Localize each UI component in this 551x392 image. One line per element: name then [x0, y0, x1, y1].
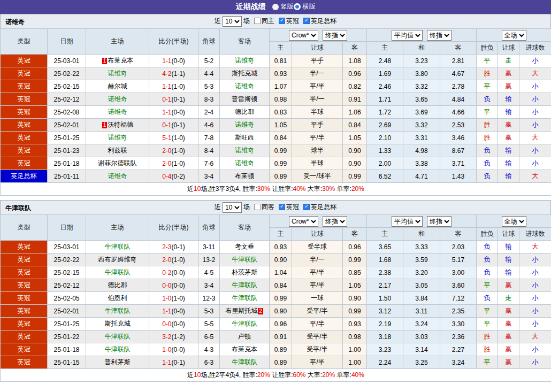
- league-type[interactable]: 英冠: [1, 144, 48, 157]
- home-team[interactable]: 西布罗姆维奇: [86, 253, 149, 266]
- bookmaker-select[interactable]: Crow*: [289, 30, 318, 41]
- home-team[interactable]: 诺维奇: [86, 93, 149, 106]
- home-team[interactable]: 诺维奇: [86, 106, 149, 119]
- score[interactable]: 2-0(1-0): [149, 157, 198, 170]
- average-select[interactable]: 平均值: [392, 30, 423, 41]
- league-type[interactable]: 英冠: [1, 305, 48, 318]
- home-team[interactable]: 谢菲尔德联队: [86, 157, 149, 170]
- league-type[interactable]: 英冠: [1, 119, 48, 132]
- games-count-select[interactable]: 10: [223, 202, 242, 213]
- home-team[interactable]: 德比郡: [86, 279, 149, 292]
- league-type[interactable]: 英冠: [1, 93, 48, 106]
- score[interactable]: 1-1(0-0): [149, 55, 198, 67]
- league-type[interactable]: 英冠: [1, 330, 48, 343]
- league-type[interactable]: 英冠: [1, 241, 48, 253]
- league-type[interactable]: 英冠: [1, 292, 48, 305]
- league-type[interactable]: 英冠: [1, 266, 48, 279]
- league-type[interactable]: 英冠: [1, 318, 48, 330]
- home-team[interactable]: 诺维奇: [86, 170, 149, 183]
- league-facup-checked-checkbox[interactable]: [303, 18, 310, 24]
- league-type[interactable]: 英冠: [1, 132, 48, 144]
- home-team[interactable]: 牛津联队: [86, 266, 149, 279]
- score[interactable]: 4-2(1-1): [149, 67, 198, 80]
- league-type[interactable]: 英冠: [1, 106, 48, 119]
- away-team[interactable]: 布莱克本: [220, 343, 270, 356]
- layout-radio-option-vertical[interactable]: 竖版: [272, 2, 294, 11]
- home-team[interactable]: 诺维奇: [86, 67, 149, 80]
- league-type[interactable]: 英冠: [1, 343, 48, 356]
- scope-select[interactable]: 全场: [502, 30, 526, 41]
- home-team[interactable]: 伯恩利: [86, 292, 149, 305]
- home-team[interactable]: 诺维奇: [86, 132, 149, 144]
- away-team[interactable]: 布莱顿: [220, 170, 270, 183]
- home-team[interactable]: 利兹联: [86, 144, 149, 157]
- home-team[interactable]: 1沃特福德: [86, 119, 149, 132]
- home-team[interactable]: 牛津联队: [86, 305, 149, 318]
- league-type[interactable]: 英冠: [1, 279, 48, 292]
- same-venue-checkbox[interactable]: [254, 204, 261, 210]
- score[interactable]: 0-0(0-0): [149, 318, 198, 330]
- score[interactable]: 1-1(0-1): [149, 356, 198, 369]
- home-team[interactable]: 赫尔城: [86, 80, 149, 93]
- score[interactable]: 0-2(0-0): [149, 266, 198, 279]
- games-count-select[interactable]: 10: [223, 16, 242, 27]
- score[interactable]: 1-1(0-0): [149, 106, 198, 119]
- league-type[interactable]: 英冠: [1, 356, 48, 369]
- league-type[interactable]: 英冠: [1, 55, 48, 67]
- league-type[interactable]: 英足总杯: [1, 170, 48, 183]
- away-team[interactable]: 斯旺西: [220, 132, 270, 144]
- score[interactable]: 1-1(1-0): [149, 80, 198, 93]
- odds-time-select[interactable]: 终指: [323, 216, 347, 227]
- league-type[interactable]: 英冠: [1, 157, 48, 170]
- radio-icon[interactable]: [272, 4, 279, 10]
- scope-select[interactable]: 全场: [502, 216, 526, 227]
- bookmaker-select[interactable]: Crow*: [289, 216, 318, 227]
- league-type[interactable]: 英冠: [1, 67, 48, 80]
- away-team[interactable]: 考文垂: [220, 241, 270, 253]
- score[interactable]: 0-4(0-2): [149, 170, 198, 183]
- home-team[interactable]: 牛津联队: [86, 241, 149, 253]
- score[interactable]: 0-0(0-0): [149, 279, 198, 292]
- away-team[interactable]: 德比郡: [220, 106, 270, 119]
- score[interactable]: 2-0(1-0): [149, 253, 198, 266]
- home-team[interactable]: 牛津联队: [86, 343, 149, 356]
- odds-time-select[interactable]: 终指: [323, 30, 347, 41]
- score[interactable]: 1-0(0-0): [149, 343, 198, 356]
- away-team[interactable]: 牛津联队: [220, 356, 270, 369]
- home-team[interactable]: 牛津联队: [86, 330, 149, 343]
- away-team[interactable]: 诺维奇: [220, 157, 270, 170]
- average-time-select[interactable]: 终指: [427, 30, 451, 41]
- away-team[interactable]: 牛津联队: [220, 318, 270, 330]
- away-team[interactable]: 布里斯托城2: [220, 305, 270, 318]
- home-team[interactable]: 普利茅斯: [86, 356, 149, 369]
- home-team[interactable]: 斯托克城: [86, 318, 149, 330]
- league-type[interactable]: 英冠: [1, 253, 48, 266]
- away-team[interactable]: 牛津联队: [220, 292, 270, 305]
- score[interactable]: 2-3(0-1): [149, 241, 198, 253]
- score[interactable]: 2-0(1-0): [149, 144, 198, 157]
- score[interactable]: 1-1(0-0): [149, 305, 198, 318]
- score[interactable]: 3-2(1-2): [149, 330, 198, 343]
- average-select[interactable]: 平均值: [392, 216, 423, 227]
- home-team[interactable]: 1布莱克本: [86, 55, 149, 67]
- layout-radio-option-horizontal[interactable]: 横版: [294, 2, 316, 11]
- away-team[interactable]: 牛津联队: [220, 253, 270, 266]
- away-team[interactable]: 朴茨茅斯: [220, 266, 270, 279]
- away-team[interactable]: 卢顿: [220, 330, 270, 343]
- away-team[interactable]: 诺维奇: [220, 119, 270, 132]
- away-team[interactable]: 牛津联队: [220, 279, 270, 292]
- league-type[interactable]: 英冠: [1, 80, 48, 93]
- away-team[interactable]: 诺维奇: [220, 144, 270, 157]
- average-time-select[interactable]: 终指: [427, 216, 451, 227]
- same-venue-checkbox[interactable]: [254, 18, 261, 24]
- away-team[interactable]: 诺维奇: [220, 80, 270, 93]
- league-championship-checked-checkbox[interactable]: [279, 18, 285, 24]
- score[interactable]: 0-1(0-1): [149, 93, 198, 106]
- radio-icon[interactable]: [294, 3, 301, 10]
- league-championship-checked-checkbox[interactable]: [279, 204, 285, 210]
- away-team[interactable]: 诺维奇: [220, 55, 270, 67]
- score[interactable]: 5-1(1-0): [149, 132, 198, 144]
- score[interactable]: 1-0(1-0): [149, 292, 198, 305]
- league-facup-checked-checkbox[interactable]: [303, 204, 310, 210]
- score[interactable]: 0-1(0-1): [149, 119, 198, 132]
